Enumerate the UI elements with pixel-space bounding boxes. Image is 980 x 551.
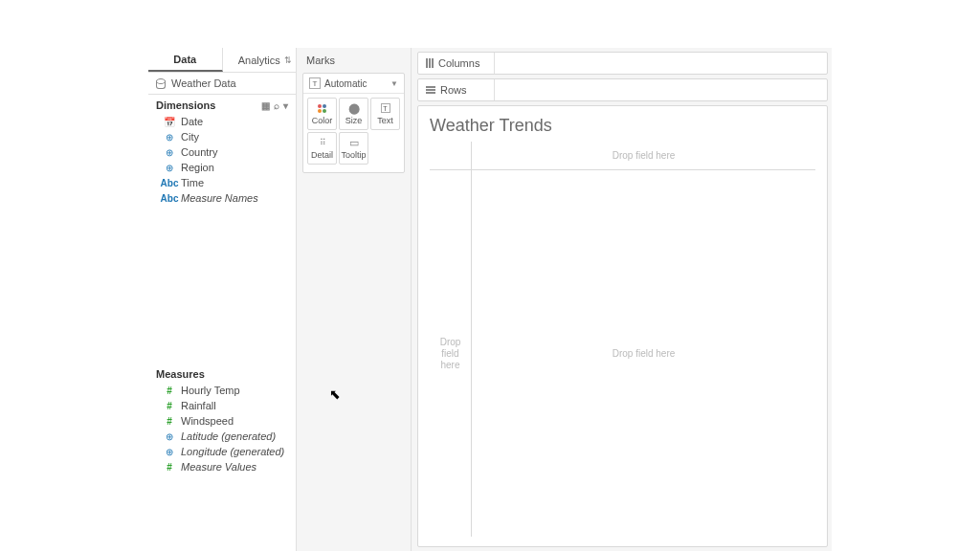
data-source-row[interactable]: Weather Data xyxy=(148,73,296,95)
abc-icon: Abc xyxy=(164,178,175,188)
mark-color-button[interactable]: Color xyxy=(307,98,337,130)
columns-shelf-drop[interactable] xyxy=(495,53,827,74)
tooltip-icon: ▭ xyxy=(349,137,359,148)
globe-icon: ⊕ xyxy=(164,163,175,173)
globe-icon: ⊕ xyxy=(164,447,175,457)
field-measure-names[interactable]: Abc Measure Names xyxy=(148,190,296,206)
data-panel-tabs: Data Analytics ⇅ xyxy=(148,48,296,73)
panel-spacer xyxy=(148,206,296,364)
field-region[interactable]: ⊕ Region xyxy=(148,160,296,175)
view-grid-icon[interactable]: ▦ xyxy=(261,100,270,111)
field-windspeed[interactable]: # Windspeed xyxy=(148,413,296,429)
field-hourly-temp-label: Hourly Temp xyxy=(181,385,240,396)
detail-icon: ⠿ xyxy=(320,137,325,148)
viz-drop-main-label: Drop field here xyxy=(612,348,676,359)
mark-size-button[interactable]: ⬤ Size xyxy=(339,98,368,130)
mark-size-label: Size xyxy=(345,116,363,125)
mark-detail-label: Detail xyxy=(311,150,333,160)
columns-shelf[interactable]: Columns xyxy=(417,52,828,75)
number-icon: # xyxy=(164,462,175,473)
tab-analytics-label: Analytics xyxy=(238,55,280,66)
rows-shelf-drop[interactable] xyxy=(495,79,827,100)
field-country[interactable]: ⊕ Country xyxy=(148,144,296,160)
color-dots-icon xyxy=(318,102,326,114)
calendar-icon: 📅 xyxy=(164,117,175,127)
text-t-icon: T xyxy=(309,77,321,89)
viz-title[interactable]: Weather Trends xyxy=(430,116,815,142)
dimensions-label: Dimensions xyxy=(156,99,215,111)
abc-icon: Abc xyxy=(164,193,175,204)
data-source-name: Weather Data xyxy=(171,77,236,89)
data-panel: Data Analytics ⇅ Weather Data Dimensions… xyxy=(148,48,297,551)
field-windspeed-label: Windspeed xyxy=(181,415,234,427)
size-icon: ⬤ xyxy=(348,102,360,114)
mark-color-label: Color xyxy=(312,116,333,125)
field-city[interactable]: ⊕ City xyxy=(148,129,296,144)
mark-tooltip-label: Tooltip xyxy=(341,150,366,160)
dimensions-list: 📅 Date ⊕ City ⊕ Country ⊕ Region Abc Tim… xyxy=(148,114,296,206)
field-country-label: Country xyxy=(181,146,218,158)
mark-detail-button[interactable]: ⠿ Detail xyxy=(307,132,337,165)
mark-text-label: Text xyxy=(377,116,393,125)
field-region-label: Region xyxy=(181,162,214,173)
database-icon xyxy=(156,78,166,89)
chevron-down-icon: ▼ xyxy=(390,79,398,88)
analytics-caret-icon: ⇅ xyxy=(284,55,292,65)
viz-drop-main[interactable]: Drop field here xyxy=(472,170,815,537)
field-measure-values[interactable]: # Measure Values xyxy=(148,459,296,474)
mark-type-label: Automatic xyxy=(324,78,367,89)
dimensions-header: Dimensions ▦ ⌕ ▾ xyxy=(148,95,296,114)
field-time[interactable]: Abc Time xyxy=(148,175,296,190)
viz-corner xyxy=(430,142,472,170)
viz-drop-rows[interactable]: Drop field here xyxy=(430,170,472,537)
section-menu-icon[interactable]: ▾ xyxy=(283,100,288,111)
field-measure-names-label: Measure Names xyxy=(181,192,258,204)
number-icon: # xyxy=(164,416,175,427)
field-rainfall-label: Rainfall xyxy=(181,400,216,411)
globe-icon: ⊕ xyxy=(164,431,175,442)
field-date-label: Date xyxy=(181,116,203,127)
viz-panel: Weather Trends Drop field here Drop fiel… xyxy=(417,105,828,547)
mark-tooltip-button[interactable]: ▭ Tooltip xyxy=(339,132,368,165)
mark-buttons: Color ⬤ Size T Text ⠿ Detail ▭ Tooltip xyxy=(303,94,404,168)
mark-type-select[interactable]: T Automatic ▼ xyxy=(303,74,404,94)
tab-data[interactable]: Data xyxy=(148,48,223,72)
number-icon: # xyxy=(164,386,175,396)
field-rainfall[interactable]: # Rainfall xyxy=(148,398,296,413)
measures-header: Measures xyxy=(148,364,296,383)
rows-shelf-label: Rows xyxy=(440,84,467,96)
measures-list: # Hourly Temp # Rainfall # Windspeed ⊕ L… xyxy=(148,383,296,551)
canvas-area: Columns Rows Weather Trends Drop field h… xyxy=(412,48,832,551)
number-icon: # xyxy=(164,401,175,411)
field-date[interactable]: 📅 Date xyxy=(148,114,296,129)
viz-drop-top-label: Drop field here xyxy=(612,150,676,161)
search-icon[interactable]: ⌕ xyxy=(274,100,279,111)
rows-shelf-label-box: Rows xyxy=(418,79,495,100)
marks-card: T Automatic ▼ Color ⬤ Size T xyxy=(302,73,405,173)
rows-icon xyxy=(426,86,435,94)
field-hourly-temp[interactable]: # Hourly Temp xyxy=(148,383,296,398)
field-measure-values-label: Measure Values xyxy=(181,461,256,473)
field-latitude[interactable]: ⊕ Latitude (generated) xyxy=(148,429,296,444)
columns-icon xyxy=(426,58,434,68)
tab-analytics[interactable]: Analytics ⇅ xyxy=(223,48,297,72)
marks-panel: Marks T Automatic ▼ Color ⬤ Size xyxy=(297,48,412,551)
marks-header: Marks xyxy=(297,48,411,73)
field-city-label: City xyxy=(181,131,199,143)
viz-drop-columns[interactable]: Drop field here xyxy=(472,142,815,170)
field-time-label: Time xyxy=(181,177,204,188)
viz-drop-left-label: Drop field here xyxy=(440,337,461,371)
text-icon: T xyxy=(381,102,390,114)
rows-shelf[interactable]: Rows xyxy=(417,78,828,101)
mark-text-button[interactable]: T Text xyxy=(370,98,400,130)
field-longitude[interactable]: ⊕ Longitude (generated) xyxy=(148,444,296,459)
globe-icon: ⊕ xyxy=(164,132,175,143)
columns-shelf-label: Columns xyxy=(438,57,479,69)
columns-shelf-label-box: Columns xyxy=(418,53,495,74)
field-latitude-label: Latitude (generated) xyxy=(181,430,276,442)
globe-icon: ⊕ xyxy=(164,147,175,158)
viz-grid: Drop field here Drop field here Drop fie… xyxy=(430,142,815,537)
measures-label: Measures xyxy=(156,368,205,380)
field-longitude-label: Longitude (generated) xyxy=(181,446,284,457)
tab-data-label: Data xyxy=(173,54,196,65)
